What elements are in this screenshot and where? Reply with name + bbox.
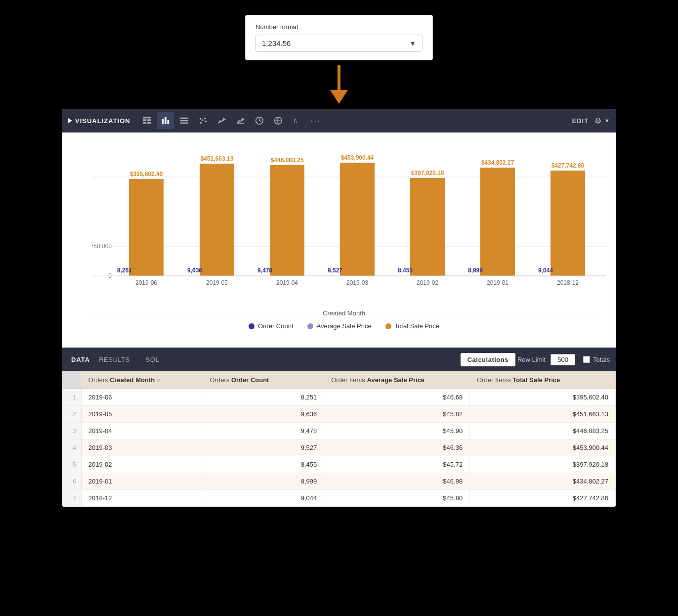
table-row: 6 2019-01 8,999 $46.98 $434,802.27 (62, 473, 616, 490)
cell-total-price: $395,602.40 (470, 389, 616, 406)
col-header-avg-price[interactable]: Order Items Average Sale Price (324, 371, 470, 389)
svg-text:2019-04: 2019-04 (276, 279, 298, 286)
row-number: 3 (62, 423, 81, 440)
svg-text:$434,802.27: $434,802.27 (481, 159, 514, 166)
bar-2019-03[interactable] (340, 163, 375, 276)
bar-chart-view-button[interactable] (157, 112, 174, 129)
table-header-row: Orders Created Month ∨ Orders Order Coun… (62, 371, 616, 389)
cell-total-price: $446,083.25 (470, 423, 616, 440)
svg-point-14 (205, 121, 207, 123)
collapse-triangle-icon[interactable] (68, 118, 72, 123)
number-format-label: Number format (255, 23, 423, 31)
table-view-button[interactable] (138, 112, 155, 129)
col-header-total-price[interactable]: Order Items Total Sale Price (470, 371, 616, 389)
cell-avg-price: $45.72 (324, 456, 470, 473)
down-arrow (330, 65, 348, 104)
row-number: 2 (62, 406, 81, 423)
col-header-created-month[interactable]: Orders Created Month ∨ (81, 371, 203, 389)
svg-text:250,000: 250,000 (92, 243, 112, 250)
bar-2019-01[interactable] (480, 168, 515, 276)
svg-point-12 (202, 119, 204, 121)
cell-avg-price: $46.98 (324, 473, 470, 490)
more-views-button[interactable]: ··· (307, 112, 324, 129)
svg-text:$446,083.25: $446,083.25 (271, 157, 304, 164)
results-tab[interactable]: RESULTS (92, 353, 137, 366)
row-number: 7 (62, 490, 81, 507)
sql-tab[interactable]: SQL (139, 353, 167, 366)
scatter-view-button[interactable] (195, 112, 212, 129)
x-axis-label: Created Month (92, 309, 596, 317)
timeline-view-button[interactable] (251, 112, 268, 129)
cell-order-count: 8,455 (203, 456, 324, 473)
map-view-button[interactable] (270, 112, 287, 129)
row-limit-label: Row Limit (517, 356, 546, 363)
chart-legend: Order Count Average Sale Price Total Sal… (92, 317, 596, 338)
legend-dot-avg-sale-price (307, 323, 313, 329)
legend-label-order-count: Order Count (258, 322, 294, 330)
number-format-select[interactable]: 1,234.56 ▼ (255, 35, 423, 52)
row-limit-input[interactable] (551, 354, 575, 365)
row-number: 5 (62, 456, 81, 473)
svg-text:8,251: 8,251 (117, 267, 132, 274)
row-number: 6 (62, 473, 81, 490)
settings-dropdown-arrow[interactable]: ▼ (604, 118, 610, 124)
svg-line-19 (259, 121, 261, 122)
col-header-order-count[interactable]: Orders Order Count (203, 371, 324, 389)
svg-text:9,044: 9,044 (538, 267, 553, 274)
cell-created-month: 2018-12 (81, 490, 203, 507)
data-table-container: Orders Created Month ∨ Orders Order Coun… (62, 371, 616, 507)
line-view-button[interactable] (213, 112, 230, 129)
legend-dot-order-count (249, 323, 254, 329)
edit-button[interactable]: EDIT (572, 117, 589, 125)
svg-text:2019-01: 2019-01 (487, 279, 508, 286)
bar-chart-svg: 250,000 0 $395,602.40 8,251 2019-06 $451… (92, 147, 606, 306)
visualization-header: VISUALIZATION (62, 109, 616, 132)
calculations-tab[interactable]: Calculations (461, 353, 515, 366)
cell-order-count: 9,478 (203, 423, 324, 440)
row-number: 1 (62, 389, 81, 406)
svg-text:2019-06: 2019-06 (135, 279, 157, 286)
svg-text:0: 0 (108, 272, 112, 279)
settings-button[interactable]: ⚙ (594, 116, 601, 126)
svg-text:$397,920.18: $397,920.18 (411, 170, 444, 176)
table-row: 4 2019-03 9,527 $46.36 $453,900.44 (62, 440, 616, 456)
totals-checkbox[interactable] (583, 356, 590, 363)
area-view-button[interactable] (232, 112, 249, 129)
legend-label-avg-sale-price: Average Sale Price (317, 322, 372, 330)
cell-created-month: 2019-03 (81, 440, 203, 456)
cell-created-month: 2019-01 (81, 473, 203, 490)
list-view-button[interactable] (176, 112, 193, 129)
cell-order-count: 9,044 (203, 490, 324, 507)
svg-point-15 (200, 118, 202, 120)
cell-order-count: 8,999 (203, 473, 324, 490)
chart-area: 250,000 0 $395,602.40 8,251 2019-06 $451… (62, 132, 616, 348)
svg-text:8,999: 8,999 (468, 267, 483, 274)
bar-2019-06[interactable] (129, 179, 164, 276)
bar-2019-02[interactable] (410, 178, 445, 276)
svg-text:2019-02: 2019-02 (417, 279, 438, 286)
col-header-created-month-text: Orders Created Month ∨ (88, 376, 160, 384)
number-format-panel: Number format 1,234.56 ▼ (245, 15, 433, 60)
svg-text:6: 6 (294, 118, 297, 124)
table-row: 3 2019-04 9,478 $45.90 $446,083.25 (62, 423, 616, 440)
chevron-down-icon: ▼ (409, 40, 416, 47)
svg-text:$395,602.40: $395,602.40 (130, 171, 163, 177)
bar-2019-05[interactable] (200, 164, 234, 276)
bar-2019-04[interactable] (270, 165, 304, 276)
cell-total-price: $434,802.27 (470, 473, 616, 490)
number-view-button[interactable]: 6 (289, 112, 305, 129)
svg-text:$427,742.86: $427,742.86 (551, 162, 585, 169)
legend-item-total-sale-price: Total Sale Price (385, 322, 439, 330)
col-header-total-price-text: Order Items Total Sale Price (477, 376, 560, 384)
svg-text:9,478: 9,478 (257, 267, 272, 274)
table-row: 2 2019-05 9,636 $45.82 $451,663.13 (62, 406, 616, 423)
svg-rect-3 (143, 122, 146, 124)
cell-order-count: 9,636 (203, 406, 324, 423)
bar-2018-12[interactable] (551, 171, 585, 276)
svg-rect-0 (143, 117, 151, 119)
svg-rect-9 (180, 120, 188, 122)
svg-point-11 (200, 122, 202, 124)
cell-total-price: $397,920.18 (470, 456, 616, 473)
cell-total-price: $427,742.86 (470, 490, 616, 507)
svg-text:2019-03: 2019-03 (346, 279, 368, 286)
